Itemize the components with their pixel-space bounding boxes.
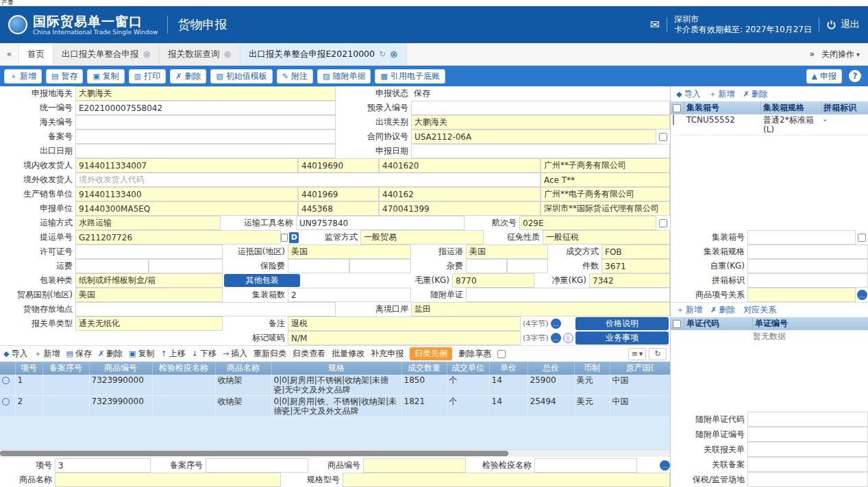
goods-toolbar-checkbox[interactable] — [497, 350, 506, 358]
lcl-flag-field[interactable] — [747, 273, 868, 288]
detail-code-field[interactable] — [363, 458, 466, 473]
goods-save-button[interactable]: ▤保存 — [66, 348, 91, 360]
attached-documents-button[interactable]: ▨随附单据 — [317, 69, 371, 84]
cell-lcl-flag[interactable]: - — [821, 114, 868, 135]
agent-code2-field[interactable]: 445368 — [298, 201, 379, 216]
cell-spec[interactable]: 0|0|厨房用|不锈钢|收纳架|未搪瓷|无中文及外文品牌 — [271, 375, 401, 396]
goods-copy-button[interactable]: ▣复制 — [129, 348, 154, 360]
cell-unit[interactable]: 个 — [447, 396, 489, 417]
marks-field[interactable]: N/M — [288, 331, 521, 345]
domestic-name-field[interactable]: 广州**子商务有限公司 — [541, 158, 670, 173]
cell-record-seq[interactable] — [42, 375, 89, 396]
doc-select-all-checkbox[interactable] — [673, 320, 681, 328]
related-declaration-field[interactable] — [747, 442, 868, 457]
cell-total-price[interactable]: 25494 — [528, 396, 574, 417]
logout-button[interactable]: 退出 — [826, 18, 860, 31]
temp-save-button[interactable]: ▤暂存 — [46, 69, 83, 84]
cell-currency[interactable]: 美元 — [574, 375, 610, 396]
scroll-tabs-right-icon[interactable]: » — [810, 49, 815, 59]
close-tab-icon[interactable]: ⊗ — [143, 49, 151, 60]
tab-home[interactable]: 首页 — [19, 43, 53, 65]
goods-insert-button[interactable]: →插入 — [223, 348, 247, 360]
declare-button[interactable]: ▲申报 — [806, 69, 842, 84]
new-button[interactable]: ＋新增 — [4, 69, 42, 84]
tab-export-declaration[interactable]: 出口报关单整合申报 ⊗ — [53, 43, 160, 65]
detail-name-field[interactable] — [55, 473, 281, 487]
cell-goods-name[interactable]: 收纳架 — [215, 375, 271, 396]
select-all-checkbox[interactable] — [673, 104, 681, 112]
initial-template-button[interactable]: ▧初始值模板 — [210, 69, 272, 84]
insurance-field-2[interactable] — [349, 259, 411, 273]
transport-mode-field[interactable]: 水路运输 — [75, 216, 221, 230]
correspondence-button[interactable]: 对应关系 — [743, 304, 776, 316]
net-weight-field[interactable]: 7342 — [589, 273, 670, 288]
annotation-button[interactable]: ✎附注 — [277, 69, 313, 84]
storage-place-field[interactable] — [75, 302, 336, 316]
detail-record-field[interactable] — [206, 458, 308, 473]
attached-doc-field[interactable] — [466, 288, 670, 302]
voyage-field[interactable]: 029E — [519, 216, 656, 230]
container-count-field[interactable]: 2 — [288, 288, 411, 302]
package-type-field[interactable]: 纸制或纤维板制盒/箱 — [75, 273, 223, 288]
delete-button[interactable]: ✗删除 — [170, 69, 206, 84]
freight-field-1[interactable] — [75, 259, 149, 273]
mail-icon[interactable]: ✉ — [650, 18, 660, 32]
remark-field[interactable]: 退税 — [288, 316, 521, 331]
gross-weight-field[interactable]: 8770 — [452, 273, 534, 288]
tab-declaration-data-query[interactable]: 报关数据查询 ⊗ — [160, 43, 240, 65]
doc-no-field[interactable] — [747, 427, 868, 442]
arrival-country-field[interactable]: 美国 — [288, 245, 411, 259]
d-badge-icon[interactable]: D — [289, 232, 299, 243]
cell-origin[interactable]: 中国 — [610, 396, 670, 417]
insurance-field-1[interactable] — [288, 259, 349, 273]
copy-button[interactable]: ▣复制 — [87, 69, 124, 84]
cell-total-price[interactable]: 25900 — [528, 375, 574, 396]
cell-hs-code[interactable]: 7323990000 — [89, 396, 152, 417]
doc-code-field[interactable] — [747, 412, 868, 427]
row-expand-icon[interactable] — [2, 398, 10, 405]
container-delete-button[interactable]: ✗删除 — [743, 88, 767, 100]
cell-ciq-name[interactable] — [152, 375, 215, 396]
trade-country-field[interactable]: 美国 — [75, 288, 223, 302]
agent-name-field[interactable]: 深圳市**国际货运代理有限公司 — [541, 201, 670, 216]
goods-delete-button[interactable]: ✗删除 — [98, 348, 123, 360]
other-package-button[interactable]: 其他包装 — [224, 274, 300, 287]
marks-more-icon[interactable]: … — [551, 333, 561, 343]
supervision-field[interactable]: 一般贸易 — [360, 230, 484, 245]
agent-code1-field[interactable]: 91440300MA5EQ — [75, 201, 298, 216]
exemption-field[interactable]: 一般征税 — [543, 230, 670, 245]
domestic-code3-field[interactable]: 4401620 — [379, 158, 541, 173]
goods-move-up-button[interactable]: ↑上移 — [161, 348, 186, 360]
declaration-type-field[interactable]: 通关无纸化 — [75, 316, 223, 331]
unified-no-field[interactable]: E202100007558042 — [75, 101, 336, 115]
bonded-place-field[interactable] — [747, 472, 868, 487]
electronic-ledger-button[interactable]: ▩引用电子底账 — [375, 69, 445, 84]
export-date-field[interactable] — [75, 144, 336, 158]
detail-spec-field[interactable] — [343, 473, 670, 487]
classification-precedent-button[interactable]: 归类先例 — [410, 347, 452, 360]
help-icon[interactable]: ? — [849, 70, 861, 82]
misc-fee-field-1[interactable] — [466, 259, 507, 273]
close-tab-icon[interactable]: ⊗ — [390, 49, 398, 60]
bill-checkbox[interactable] — [281, 234, 288, 242]
cell-origin[interactable]: 中国 — [610, 375, 670, 396]
misc-fee-field-2[interactable] — [507, 259, 548, 273]
pre-entry-field[interactable] — [411, 101, 670, 115]
bill-no-field[interactable]: G211207726 — [75, 230, 281, 245]
record-no-field[interactable] — [75, 129, 336, 144]
detail-more-icon[interactable]: … — [660, 460, 670, 471]
cell-container-spec[interactable]: 普通2*标准箱 (L) — [761, 114, 821, 135]
freight-field-2[interactable] — [149, 259, 223, 273]
producer-code1-field[interactable]: 914401133400 — [75, 187, 298, 201]
scroll-tabs-left-icon[interactable]: « — [0, 43, 19, 65]
marks-info-icon[interactable]: i — [563, 333, 573, 343]
container-no-checkbox[interactable] — [858, 234, 866, 242]
detail-ciq-field[interactable] — [534, 458, 637, 473]
price-note-button[interactable]: 价格说明 — [575, 317, 669, 330]
license-field[interactable] — [75, 245, 223, 259]
exit-customs-field[interactable]: 大鹏海关 — [411, 115, 670, 129]
container-row[interactable]: TCNU55552 普通2*标准箱 (L) - — [671, 114, 868, 136]
goods-row[interactable]: 2 7323990000 收纳架 0|0|厨房用|铁、不锈钢|收纳架|未搪瓷|无… — [0, 396, 670, 417]
business-matters-button[interactable]: 业务事项 — [575, 332, 669, 345]
declare-date-field[interactable] — [411, 144, 670, 158]
